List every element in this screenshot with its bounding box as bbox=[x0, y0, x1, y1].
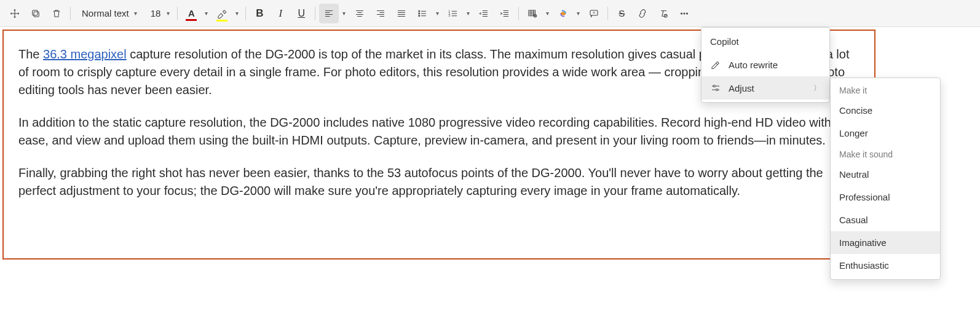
link-button[interactable] bbox=[633, 4, 652, 23]
bulleted-list-dropdown[interactable]: ▾ bbox=[432, 4, 442, 23]
adjust-submenu: Make it Concise Longer Make it sound Neu… bbox=[830, 77, 941, 280]
svg-rect-0 bbox=[34, 12, 39, 17]
copilot-button[interactable] bbox=[553, 4, 573, 23]
text-style-dropdown[interactable]: Normal text ▾ bbox=[74, 4, 142, 23]
strikethrough-button[interactable]: S bbox=[612, 4, 631, 23]
separator bbox=[177, 7, 178, 20]
adjust-item[interactable]: Adjust 〉 bbox=[701, 76, 829, 100]
copilot-dropdown[interactable]: ▾ bbox=[573, 4, 583, 23]
align-left-button[interactable] bbox=[319, 4, 339, 23]
copilot-title-label: Copilot bbox=[710, 36, 739, 47]
increase-indent-button[interactable] bbox=[495, 4, 515, 23]
font-color-dropdown[interactable]: ▾ bbox=[201, 4, 211, 23]
more-options-button[interactable] bbox=[674, 4, 694, 23]
insert-table-button[interactable] bbox=[523, 4, 542, 23]
chevron-down-icon: ▾ bbox=[134, 10, 137, 17]
adjust-professional[interactable]: Professional bbox=[831, 186, 940, 208]
adjust-neutral[interactable]: Neutral bbox=[831, 163, 940, 186]
align-dropdown[interactable]: ▾ bbox=[339, 4, 349, 23]
formatting-toolbar: Normal text ▾ 18 ▾ A ▾ ▾ B I U ▾ bbox=[0, 0, 980, 27]
decrease-indent-button[interactable] bbox=[474, 4, 494, 23]
adjust-imaginative[interactable]: Imaginative bbox=[831, 231, 940, 254]
svg-point-12 bbox=[681, 12, 682, 14]
align-justify-button[interactable] bbox=[392, 4, 411, 23]
auto-rewrite-label: Auto rewrite bbox=[729, 60, 778, 70]
text-style-label: Normal text bbox=[82, 8, 129, 18]
para2: In addition to the static capture resolu… bbox=[18, 114, 859, 149]
svg-point-3 bbox=[419, 13, 420, 14]
align-center-button[interactable] bbox=[350, 4, 369, 23]
highlight-color-button[interactable] bbox=[212, 4, 232, 23]
para1-pre: The bbox=[18, 47, 43, 61]
numbered-list-dropdown[interactable]: ▾ bbox=[463, 4, 473, 23]
svg-point-15 bbox=[713, 85, 715, 87]
italic-button[interactable]: I bbox=[271, 4, 290, 23]
submenu-header-make-it-sound: Make it sound bbox=[831, 145, 940, 163]
copilot-menu-title: Copilot bbox=[701, 30, 829, 53]
comment-button[interactable] bbox=[584, 4, 604, 23]
chevron-right-icon: 〉 bbox=[813, 83, 821, 93]
chevron-down-icon: ▾ bbox=[167, 10, 170, 17]
numbered-list-button[interactable]: 123 bbox=[443, 4, 463, 23]
highlight-color-dropdown[interactable]: ▾ bbox=[232, 4, 242, 23]
underline-button[interactable]: U bbox=[291, 4, 311, 23]
svg-rect-1 bbox=[33, 10, 38, 15]
separator bbox=[70, 7, 71, 20]
move-icon[interactable] bbox=[5, 4, 25, 23]
submenu-header-make-it: Make it bbox=[831, 81, 940, 99]
separator bbox=[518, 7, 519, 20]
svg-point-2 bbox=[419, 10, 420, 12]
bulleted-list-button[interactable] bbox=[413, 4, 432, 23]
adjust-casual[interactable]: Casual bbox=[831, 208, 940, 231]
insert-table-dropdown[interactable]: ▾ bbox=[542, 4, 552, 23]
separator bbox=[245, 7, 246, 20]
trash-icon[interactable] bbox=[47, 4, 66, 23]
font-color-button[interactable]: A bbox=[181, 4, 201, 23]
svg-point-13 bbox=[684, 12, 685, 14]
copy-icon[interactable] bbox=[26, 4, 45, 23]
bold-button[interactable]: B bbox=[250, 4, 269, 23]
adjust-longer[interactable]: Longer bbox=[831, 122, 940, 145]
adjust-enthusiastic[interactable]: Enthusiastic bbox=[831, 254, 940, 277]
copilot-context-menu: Copilot Auto rewrite Adjust 〉 bbox=[701, 27, 830, 103]
para3: Finally, grabbing the right shot has nev… bbox=[18, 164, 859, 200]
svg-point-4 bbox=[419, 15, 420, 16]
clear-formatting-button[interactable] bbox=[654, 4, 673, 23]
adjust-label: Adjust bbox=[729, 83, 754, 93]
adjust-icon bbox=[710, 82, 721, 93]
auto-rewrite-item[interactable]: Auto rewrite bbox=[701, 53, 829, 76]
align-right-button[interactable] bbox=[371, 4, 390, 23]
font-size-value: 18 bbox=[151, 8, 161, 18]
font-size-dropdown[interactable]: 18 ▾ bbox=[143, 4, 174, 23]
svg-point-14 bbox=[687, 12, 688, 14]
separator bbox=[315, 7, 315, 20]
svg-text:3: 3 bbox=[449, 14, 451, 17]
megapixel-link[interactable]: 36.3 megapixel bbox=[43, 47, 127, 61]
adjust-concise[interactable]: Concise bbox=[831, 99, 940, 122]
svg-point-16 bbox=[716, 89, 718, 91]
separator bbox=[607, 7, 608, 20]
auto-rewrite-icon bbox=[710, 59, 721, 70]
